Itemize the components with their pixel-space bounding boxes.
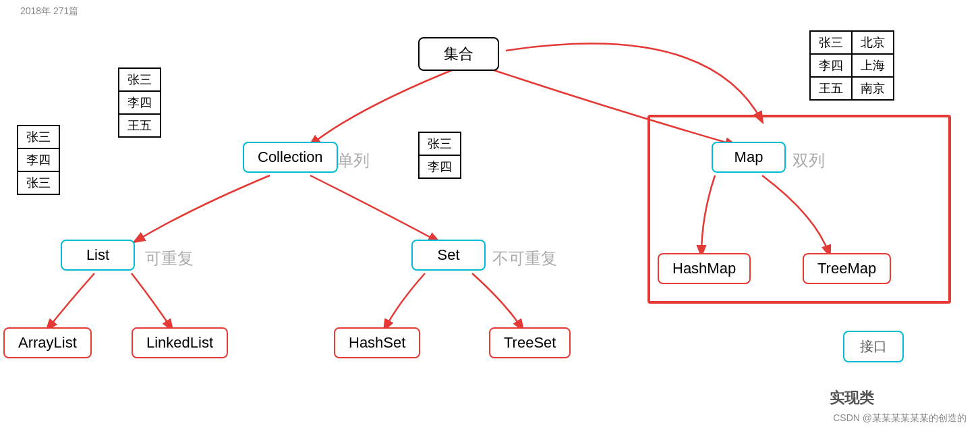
- node-hashset: HashSet: [334, 327, 420, 358]
- label-repeatable: 可重复: [145, 248, 194, 269]
- label-interface: 接口: [843, 331, 904, 362]
- node-treemap: TreeMap: [803, 253, 891, 284]
- table-center-set: 张三 李四: [418, 132, 461, 179]
- node-collection: Collection: [243, 142, 338, 173]
- label-impl-class: 实现类: [830, 388, 874, 408]
- table-top-right: 张三北京 李四上海 王五南京: [809, 30, 894, 101]
- diagram-container: 2018年 271篇 集合 张三 李四 王五 张三 李四 张三 张三 李四 张三…: [0, 0, 980, 438]
- node-treeset: TreeSet: [489, 327, 571, 358]
- node-set: Set: [411, 240, 486, 271]
- node-hashmap: HashMap: [658, 253, 751, 284]
- node-list: List: [61, 240, 135, 271]
- node-arraylist: ArrayList: [3, 327, 92, 358]
- node-linkedlist: LinkedList: [132, 327, 228, 358]
- label-single-col: 单列: [337, 150, 370, 171]
- table-left-list: 张三 李四 张三: [17, 125, 60, 195]
- label-not-repeatable: 不可重复: [492, 248, 557, 269]
- table-top-left: 张三 李四 王五: [118, 67, 161, 138]
- node-collection-root: 集合: [418, 37, 499, 71]
- top-label: 2018年 271篇: [20, 5, 78, 18]
- watermark: CSDN @某某某某某某的创造的: [833, 412, 967, 425]
